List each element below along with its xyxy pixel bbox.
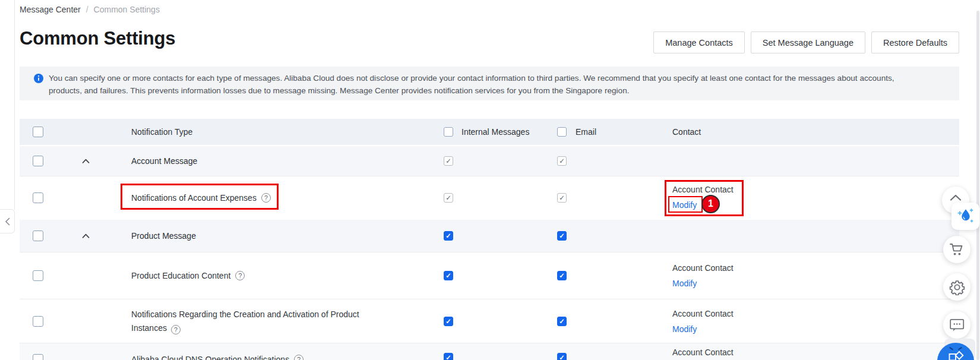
notification-type-label: Alibaba Cloud DNS Operation Notification… [131, 355, 304, 360]
breadcrumb-message-center[interactable]: Message Center [20, 5, 81, 14]
common-settings-page: Message Center/Common Settings Common Se… [0, 0, 980, 360]
question-circle-icon[interactable]: ? [294, 355, 304, 360]
chevron-up-icon[interactable] [82, 159, 90, 163]
internal-messages-checkbox[interactable]: ✓ [444, 156, 453, 166]
water-drop-widget[interactable] [951, 203, 979, 230]
notification-type-label: Product Message [131, 231, 196, 241]
modify-link[interactable]: Modify [672, 277, 697, 290]
email-checkbox[interactable]: ✓ [557, 353, 567, 360]
restore-defaults-button[interactable]: Restore Defaults [871, 31, 959, 53]
question-circle-icon[interactable]: ? [261, 193, 271, 203]
water-drop-icon [955, 206, 976, 227]
table-row-account-message: Account Message ✓ ✓ [20, 145, 959, 176]
internal-messages-checkbox[interactable]: ✓ [444, 231, 453, 241]
panel-divider [14, 0, 15, 210]
column-header-contact: Contact [672, 127, 701, 137]
email-checkbox[interactable]: ✓ [557, 231, 567, 241]
table-row-product-message: Product Message ✓ ✓ [20, 219, 959, 252]
notification-type-label: Product Education Content ? [131, 271, 245, 280]
column-header-internal-messages: Internal Messages [461, 127, 529, 137]
breadcrumb-current: Common Settings [94, 5, 160, 14]
column-header-email: Email [576, 127, 596, 137]
sidebar-collapse-handle[interactable] [0, 209, 15, 233]
contact-cell: Account Contact Modify [672, 184, 734, 211]
email-checkbox[interactable]: ✓ [557, 317, 567, 326]
contact-cell: Account Contact [672, 346, 734, 360]
cart-button[interactable] [943, 236, 970, 263]
email-checkbox[interactable]: ✓ [557, 271, 567, 280]
internal-messages-checkbox[interactable]: ✓ [444, 353, 453, 360]
chevron-left-icon [5, 217, 10, 226]
internal-messages-checkbox[interactable]: ✓ [444, 271, 453, 280]
notification-settings-table: Notification Type Internal Messages Emai… [20, 119, 959, 360]
question-circle-icon[interactable]: ? [171, 325, 181, 334]
page-title: Common Settings [20, 28, 175, 49]
breadcrumb: Message Center/Common Settings [20, 5, 160, 14]
row-select-checkbox[interactable] [33, 192, 43, 203]
row-select-checkbox[interactable] [33, 354, 43, 360]
notification-type-label: Notifications Regarding the Creation and… [131, 308, 371, 335]
chat-bubble-icon [950, 318, 965, 332]
notification-type-label: Account Message [131, 156, 197, 166]
internal-messages-checkbox[interactable]: ✓ [444, 317, 453, 326]
column-header-notification-type: Notification Type [131, 127, 192, 137]
gear-icon [949, 279, 965, 295]
email-checkbox[interactable]: ✓ [557, 156, 567, 166]
email-column-checkbox[interactable] [557, 127, 567, 137]
row-select-checkbox[interactable] [33, 156, 43, 166]
breadcrumb-separator: / [86, 5, 88, 14]
modify-link[interactable]: Modify [672, 199, 697, 211]
assistant-icon [943, 345, 968, 360]
cart-icon [949, 242, 965, 257]
contact-cell: Account Contact Modify [672, 307, 734, 335]
notification-type-label: Notifications of Account Expenses ? [131, 193, 271, 203]
info-banner-text: You can specify one or more contacts for… [49, 72, 916, 100]
table-row-product-instances: Notifications Regarding the Creation and… [20, 299, 959, 343]
feedback-button[interactable] [943, 311, 970, 339]
email-checkbox[interactable]: ✓ [557, 193, 567, 203]
table-row-product-education: Product Education Content ? ✓ ✓ Account … [20, 252, 959, 299]
contact-cell: Account Contact Modify [672, 262, 734, 290]
contact-name: Account Contact [672, 184, 734, 196]
table-header-row: Notification Type Internal Messages Emai… [20, 119, 959, 145]
internal-messages-column-checkbox[interactable] [444, 127, 453, 137]
row-select-checkbox[interactable] [33, 270, 43, 281]
table-row-dns-notifications: Alibaba Cloud DNS Operation Notification… [20, 343, 959, 360]
set-message-language-button[interactable]: Set Message Language [751, 31, 865, 53]
row-select-checkbox[interactable] [33, 316, 43, 327]
question-circle-icon[interactable]: ? [235, 271, 245, 280]
row-select-checkbox[interactable] [33, 230, 43, 241]
contact-name: Account Contact [672, 307, 734, 320]
contact-name: Account Contact [672, 346, 734, 359]
manage-contacts-button[interactable]: Manage Contacts [653, 31, 745, 53]
select-all-checkbox[interactable] [33, 127, 43, 137]
chevron-up-icon [950, 194, 962, 201]
chevron-up-icon[interactable] [82, 233, 90, 238]
info-banner: You can specify one or more contacts for… [20, 67, 959, 100]
modify-link[interactable]: Modify [672, 323, 697, 335]
info-icon [34, 74, 43, 100]
page-scrollbar[interactable] [976, 11, 979, 360]
page-actions: Manage Contacts Set Message Language Res… [653, 31, 959, 53]
contact-name: Account Contact [672, 262, 734, 274]
internal-messages-checkbox[interactable]: ✓ [444, 193, 453, 203]
settings-button[interactable] [943, 273, 970, 301]
table-row-account-expenses: Notifications of Account Expenses ? ✓ ✓ … [20, 176, 959, 219]
